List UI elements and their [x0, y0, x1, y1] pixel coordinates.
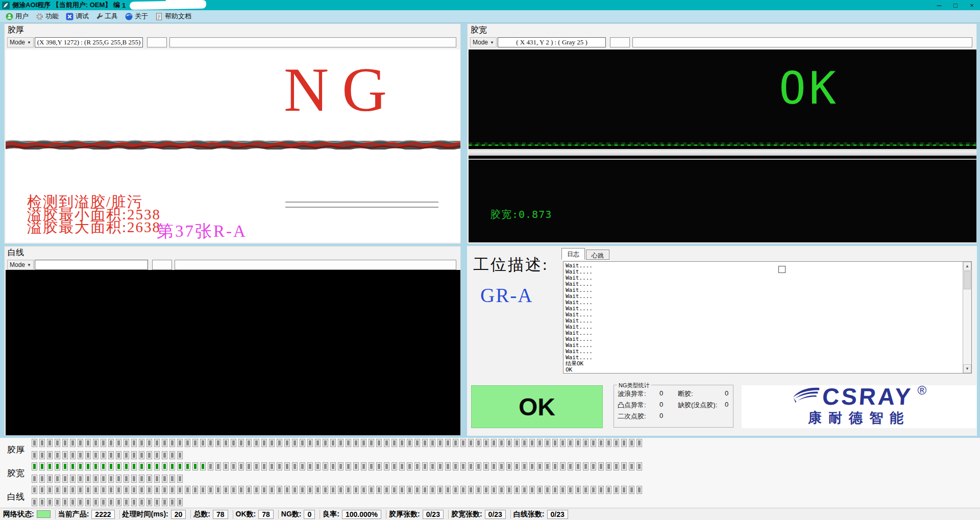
indicator-square: [108, 439, 114, 447]
ng-stat-value: 0: [725, 389, 733, 399]
indicator-square: [139, 439, 144, 447]
indicator-square: [131, 462, 137, 471]
indicator-square: [391, 486, 397, 494]
indicator-square: [529, 462, 535, 471]
close-button[interactable]: ×: [964, 0, 980, 10]
user-icon: [6, 13, 13, 20]
log-list[interactable]: Wait....Wait....Wait....Wait....Wait....…: [563, 261, 972, 374]
indicator-square: [78, 439, 83, 447]
indicator-square: [55, 486, 60, 494]
white-line-mode-dropdown[interactable]: Mode▼: [7, 260, 34, 270]
glue-width-panel: 胶宽 Mode▼ ( X 431, Y 2 ) : ( Gray 25 ) OK…: [467, 23, 977, 244]
indicator-square: [460, 439, 466, 447]
minimize-button[interactable]: ─: [931, 0, 947, 10]
indicator-square: [101, 451, 106, 459]
indicator-square: [208, 439, 213, 447]
glue-width-image[interactable]: OK 胶宽:0.873: [469, 49, 976, 242]
indicator-square: [369, 462, 374, 471]
indicator-square: [32, 439, 37, 447]
indicator-square: [391, 439, 397, 447]
indicator-square: [93, 486, 99, 494]
maximize-button[interactable]: □: [947, 0, 964, 10]
indicator-square: [300, 462, 305, 471]
menu-item-功能[interactable]: 功能: [33, 11, 63, 22]
indicator-square: [177, 439, 183, 447]
indicator-square: [560, 486, 566, 494]
menu-item-用户[interactable]: 用户: [3, 11, 33, 22]
indicator-square: [162, 498, 167, 506]
indicator-square: [62, 498, 68, 506]
glue-thickness-toolbar: Mode▼ (X 398,Y 1272) : (R 255,G 255,B 25…: [5, 36, 460, 48]
indicator-row: [32, 439, 642, 447]
indicator-square: [338, 462, 344, 471]
glue-thickness-image[interactable]: NG 检测到溢胶/脏污 溢胶最小面积:2538 溢胶最大面积:2638 第37张…: [6, 49, 460, 242]
indicator-square: [162, 462, 167, 471]
indicator-square: [39, 486, 45, 494]
indicator-square: [545, 486, 550, 494]
indicator-square: [108, 475, 114, 483]
indicator-square: [323, 462, 328, 471]
white-line-image[interactable]: [6, 270, 460, 435]
log-checkbox[interactable]: [778, 266, 786, 273]
status-field-label: OK数:: [236, 510, 256, 519]
indicator-square: [353, 439, 359, 447]
indicator-square: [85, 439, 91, 447]
indicator-square: [238, 439, 244, 447]
indicator-square: [476, 462, 481, 471]
vendor-logo: CSRAY ® 康耐德智能: [742, 385, 976, 428]
indicator-square: [124, 439, 129, 447]
ng-stats-grid: 波浪异常:0断胶:0凸点异常:0缺胶(没点胶):0二次点胶:0: [618, 389, 733, 421]
indicator-square: [376, 439, 382, 447]
menu-item-帮助文档[interactable]: 帮助文档: [153, 11, 196, 22]
menu-item-关于[interactable]: 关于: [122, 11, 153, 22]
indicator-square: [238, 486, 244, 494]
indicator-square: [537, 439, 543, 447]
menu-item-调试[interactable]: 调试: [63, 11, 93, 22]
glue-thickness-mode-dropdown[interactable]: Mode▼: [7, 37, 34, 47]
menu-item-label: 帮助文档: [165, 12, 191, 21]
indicator-square: [238, 462, 244, 471]
scroll-up-icon[interactable]: ▲: [963, 262, 971, 270]
indicator-square: [629, 439, 634, 447]
scroll-down-icon[interactable]: ▼: [963, 364, 971, 373]
tab-heartbeat[interactable]: 心跳: [586, 250, 609, 260]
log-scrollbar[interactable]: ▲ ▼: [963, 262, 971, 373]
indicator-square: [261, 439, 267, 447]
indicator-square: [529, 486, 535, 494]
indicator-square: [177, 475, 183, 483]
status-field-value: 20: [171, 510, 186, 519]
indicator-square: [93, 462, 99, 471]
indicator-square: [591, 439, 596, 447]
status-field-label: NG数:: [281, 510, 302, 519]
tab-log[interactable]: 日志: [561, 248, 585, 260]
scrollbar-thumb[interactable]: [964, 271, 971, 289]
indicator-square: [522, 439, 527, 447]
indicator-square: [85, 451, 91, 459]
indicator-square: [583, 486, 589, 494]
indicator-square: [483, 439, 489, 447]
indicator-square: [269, 439, 275, 447]
menu-items: 用户功能调试工具关于帮助文档: [3, 11, 196, 22]
indicator-square: [154, 486, 160, 494]
station-and-log-zone: 工位描述: GR-A 日志 心跳 Wait....Wait....Wait...…: [467, 246, 977, 436]
indicator-strips: 胶厚胶宽白线: [0, 438, 980, 508]
indicator-square: [330, 439, 336, 447]
indicator-square: [361, 462, 366, 471]
indicator-square: [116, 475, 121, 483]
indicator-square: [545, 462, 550, 471]
menu-item-label: 关于: [135, 12, 148, 21]
network-status-indicator: [37, 510, 51, 518]
indicator-square: [636, 439, 642, 447]
station-description-value: GR-A: [480, 284, 533, 307]
glue-width-mode-dropdown[interactable]: Mode▼: [470, 37, 497, 47]
indicator-square: [169, 451, 175, 459]
menu-item-工具[interactable]: 工具: [93, 11, 122, 22]
indicator-square: [384, 486, 389, 494]
window-title: 侧涂AOI程序 【当前用户: OEM】 编: [12, 1, 120, 10]
indicator-square: [300, 486, 305, 494]
indicator-square: [162, 475, 167, 483]
indicator-square: [200, 486, 206, 494]
indicator-square: [131, 439, 137, 447]
indicator-square: [246, 439, 252, 447]
indicator-square: [231, 439, 236, 447]
